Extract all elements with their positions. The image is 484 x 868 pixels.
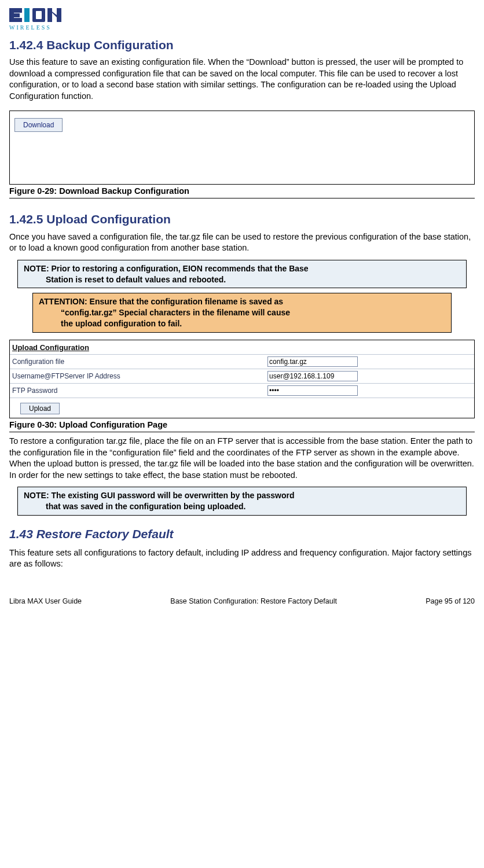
- upload-panel-title: Upload Configuration: [10, 340, 474, 355]
- note2-line2: that was saved in the configuration bein…: [24, 501, 460, 512]
- svg-rect-2: [9, 13, 20, 17]
- heading-restore: 1.43 Restore Factory Default: [9, 526, 475, 542]
- page-footer: Libra MAX User Guide Base Station Config…: [9, 597, 475, 606]
- attention-box: ATTENTION: Ensure that the configuration…: [32, 293, 452, 333]
- heading-upload: 1.42.5 Upload Configuration: [9, 211, 475, 227]
- logo-subtext: WIRELESS: [9, 24, 52, 31]
- svg-rect-6: [57, 8, 61, 22]
- figure-upload-box: Upload Configuration Configuration file …: [9, 340, 475, 418]
- note2-line1: NOTE: The existing GUI password will be …: [24, 491, 295, 500]
- brand-logo: WIRELESS: [9, 8, 475, 31]
- cfg-input[interactable]: [267, 356, 358, 367]
- pw-label: FTP Password: [10, 383, 265, 398]
- para-backup: Use this feature to save an existing con…: [9, 57, 475, 102]
- para-upload-1: Once you have saved a configuration file…: [9, 231, 475, 254]
- note1-line1: NOTE: Prior to restoring a configuration…: [24, 264, 309, 273]
- figure-caption-30: Figure 0-30: Upload Configuration Page: [9, 418, 475, 433]
- cfg-label: Configuration file: [10, 355, 265, 369]
- svg-rect-8: [36, 11, 42, 19]
- download-button[interactable]: Download: [14, 118, 63, 132]
- attn-line1: ATTENTION: Ensure that the configuration…: [39, 297, 283, 306]
- user-label: Username@FTPServer IP Address: [10, 369, 265, 383]
- svg-rect-7: [24, 8, 30, 22]
- note1-line2: Station is reset to default values and r…: [24, 274, 460, 285]
- footer-center: Base Station Configuration: Restore Fact…: [170, 597, 337, 606]
- figure-download-box: Download: [9, 111, 475, 185]
- footer-right: Page 95 of 120: [426, 597, 475, 606]
- figure-caption-29: Figure 0-29: Download Backup Configurati…: [9, 185, 475, 199]
- footer-left: Libra MAX User Guide: [9, 597, 82, 606]
- svg-rect-3: [9, 18, 22, 22]
- attn-line2: “config.tar.gz” Special characters in th…: [39, 307, 445, 318]
- para-restore: This feature sets all configurations to …: [9, 547, 475, 570]
- note-box-2: NOTE: The existing GUI password will be …: [17, 487, 467, 516]
- upload-button[interactable]: Upload: [20, 403, 60, 414]
- pw-input[interactable]: [267, 385, 358, 396]
- heading-backup: 1.42.4 Backup Configuration: [9, 37, 475, 53]
- attn-line3: the upload configuration to fail.: [39, 318, 445, 329]
- user-input[interactable]: [267, 371, 358, 381]
- para-upload-2: To restore a configuration tar.gz file, …: [9, 436, 475, 481]
- note-box-1: NOTE: Prior to restoring a configuration…: [17, 260, 467, 289]
